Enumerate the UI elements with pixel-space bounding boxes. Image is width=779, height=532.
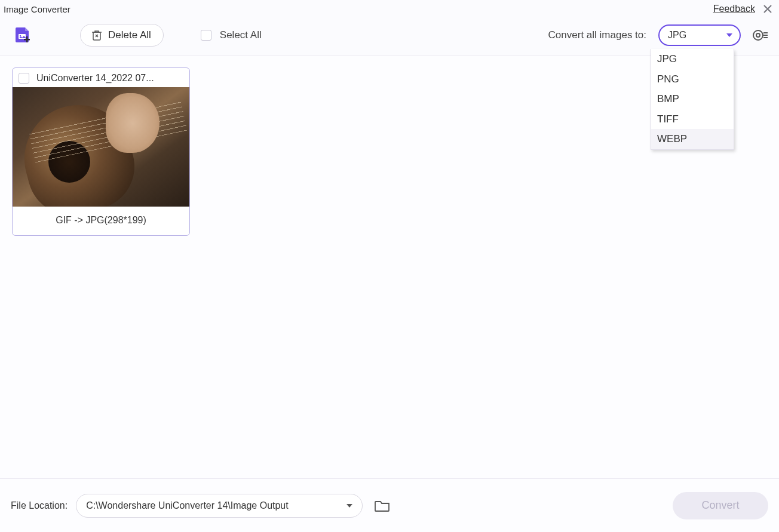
close-icon[interactable] (762, 4, 773, 14)
convert-button-label: Convert (701, 499, 739, 512)
chevron-down-icon (346, 504, 352, 508)
file-thumbnail (13, 87, 189, 207)
svg-point-1 (20, 35, 21, 36)
open-folder-icon[interactable] (375, 499, 390, 512)
chevron-down-icon (726, 33, 732, 37)
format-selected-value: JPG (668, 30, 686, 41)
conversion-info: GIF -> JPG(298*199) (13, 207, 189, 235)
file-name: UniConverter 14_2022 07... (36, 73, 183, 84)
convert-button[interactable]: Convert (673, 492, 768, 519)
feedback-link[interactable]: Feedback (713, 4, 755, 14)
trash-icon (91, 29, 102, 41)
format-option-jpg[interactable]: JPG (651, 49, 734, 69)
format-option-tiff[interactable]: TIFF (651, 109, 734, 130)
file-card[interactable]: UniConverter 14_2022 07... GIF -> JPG(29… (12, 67, 190, 236)
delete-all-button[interactable]: Delete All (80, 24, 164, 47)
add-file-icon[interactable] (13, 26, 32, 45)
svg-rect-3 (24, 39, 30, 40)
format-select[interactable]: JPG (658, 24, 741, 46)
convert-to-label: Convert all images to: (548, 29, 646, 41)
svg-point-5 (753, 30, 763, 40)
svg-point-6 (756, 33, 760, 37)
format-option-png[interactable]: PNG (651, 69, 734, 90)
footer: File Location: C:\Wondershare UniConvert… (0, 478, 779, 532)
format-dropdown: JPG PNG BMP TIFF WEBP (651, 49, 734, 150)
select-all-label: Select All (220, 29, 262, 41)
file-location-path: C:\Wondershare UniConverter 14\Image Out… (86, 500, 289, 511)
delete-all-label: Delete All (108, 29, 151, 41)
file-card-header: UniConverter 14_2022 07... (13, 68, 189, 87)
select-all-checkbox[interactable] (201, 30, 211, 41)
file-checkbox[interactable] (19, 73, 29, 84)
titlebar-actions: Feedback (713, 4, 773, 14)
settings-icon[interactable] (752, 27, 768, 44)
select-all-control[interactable]: Select All (201, 29, 262, 41)
format-option-webp[interactable]: WEBP (651, 129, 734, 149)
file-location-select[interactable]: C:\Wondershare UniConverter 14\Image Out… (76, 494, 363, 518)
format-option-bmp[interactable]: BMP (651, 89, 734, 109)
file-location-label: File Location: (11, 500, 68, 511)
titlebar: Image Converter Feedback (0, 0, 779, 18)
window-title: Image Converter (4, 4, 70, 14)
